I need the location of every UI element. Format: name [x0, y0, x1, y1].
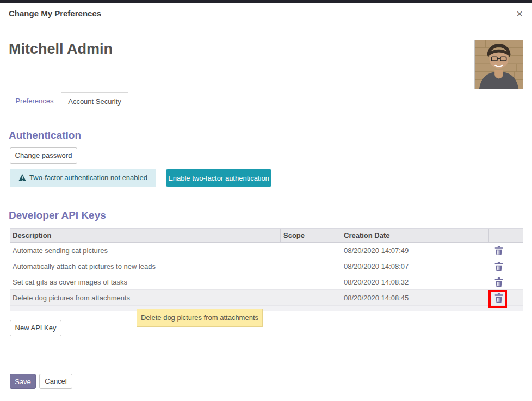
- tab-preferences[interactable]: Preferences: [8, 92, 61, 109]
- twofa-status-alert: Two-factor authentication not enabled: [10, 169, 156, 187]
- modal-change-preferences: Change My Preferences × Mitchell Admin: [0, 0, 532, 401]
- tooltip: Delete dog pictures from attachments: [137, 309, 263, 327]
- modal-header: Change My Preferences ×: [0, 3, 532, 24]
- change-password-button[interactable]: Change password: [10, 147, 77, 164]
- tab-account-security[interactable]: Account Security: [61, 92, 128, 110]
- table-row[interactable]: Set cat gifs as cover images of tasks 08…: [10, 274, 523, 290]
- api-keys-heading: Developer API Keys: [9, 209, 106, 221]
- column-header-actions: [489, 229, 523, 242]
- enable-twofa-button[interactable]: Enable two-factor authentication: [166, 169, 271, 187]
- trash-icon[interactable]: [494, 246, 503, 255]
- trash-icon[interactable]: [494, 277, 503, 287]
- cell-description: Automatically attach cat pictures to new…: [10, 262, 281, 270]
- user-photo-illustration: [475, 40, 523, 89]
- modal-title: Change My Preferences: [9, 3, 101, 24]
- table-row[interactable]: Automatically attach cat pictures to new…: [10, 258, 523, 274]
- cell-description: Automate sending cat pictures: [10, 246, 281, 255]
- cell-creation-date: 08/20/2020 14:08:32: [341, 278, 489, 286]
- cell-creation-date: 08/20/2020 14:08:07: [341, 262, 489, 270]
- close-icon[interactable]: ×: [514, 8, 525, 20]
- authentication-heading: Authentication: [9, 129, 81, 141]
- user-name-heading: Mitchell Admin: [9, 41, 113, 58]
- column-header-creation-date[interactable]: Creation Date: [341, 229, 489, 242]
- column-header-scope[interactable]: Scope: [281, 229, 341, 242]
- table-row[interactable]: Delete dog pictures from attachments 08/…: [10, 290, 523, 306]
- cell-creation-date: 08/20/2020 14:07:49: [341, 246, 489, 255]
- table-header-row: Description Scope Creation Date: [10, 228, 523, 243]
- cell-description: Delete dog pictures from attachments: [10, 294, 281, 302]
- new-api-key-button[interactable]: New API Key: [10, 320, 61, 336]
- user-avatar[interactable]: [474, 40, 523, 89]
- column-header-description[interactable]: Description: [10, 229, 281, 242]
- table-footer-strip: [10, 306, 523, 311]
- table-row[interactable]: Automate sending cat pictures 08/20/2020…: [10, 243, 523, 258]
- twofa-status-text: Two-factor authentication not enabled: [29, 174, 147, 182]
- api-keys-table: Description Scope Creation Date Automate…: [10, 228, 523, 311]
- cell-creation-date: 08/20/2020 14:08:45: [341, 294, 489, 302]
- cell-description: Set cat gifs as cover images of tasks: [10, 278, 281, 286]
- trash-icon[interactable]: [494, 293, 503, 303]
- table-body: Automate sending cat pictures 08/20/2020…: [10, 243, 523, 306]
- cancel-button[interactable]: Cancel: [39, 374, 72, 389]
- trash-icon[interactable]: [494, 262, 503, 271]
- save-button[interactable]: Save: [10, 374, 36, 389]
- warning-triangle-icon: [18, 174, 26, 181]
